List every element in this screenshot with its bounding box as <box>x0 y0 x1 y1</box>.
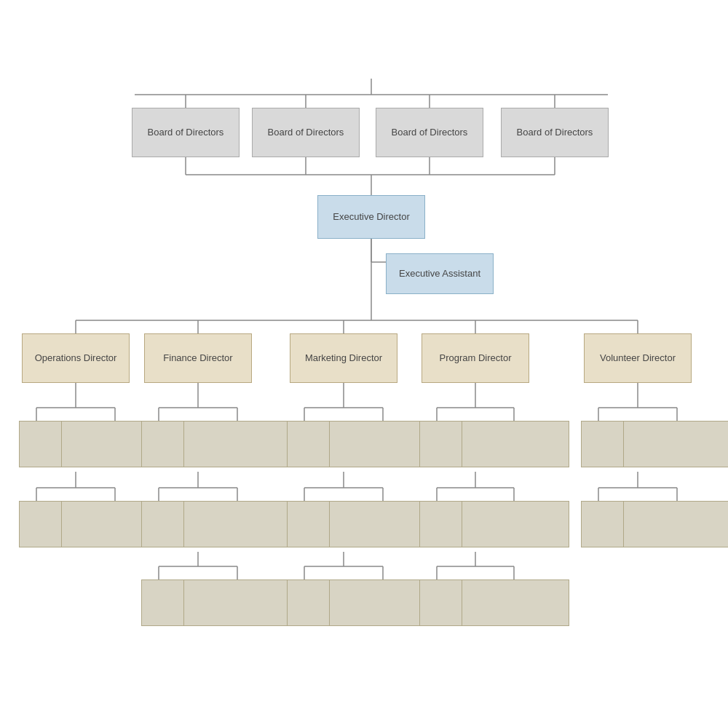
prog-sub-2 <box>462 421 569 467</box>
volunteer-label: Volunteer Director <box>600 352 676 365</box>
finance-sub-6 <box>183 579 291 626</box>
finance-sub-4 <box>183 501 291 547</box>
ops-label: Operations Director <box>35 352 117 365</box>
volunteer-director-node: Volunteer Director <box>584 333 692 383</box>
board-node-2: Board of Directors <box>252 108 360 157</box>
marketing-director-node: Marketing Director <box>290 333 397 383</box>
finance-director-node: Finance Director <box>144 333 252 383</box>
exec-director-label: Executive Director <box>333 211 409 223</box>
org-chart: Board of Directors Board of Directors Bo… <box>0 0 728 728</box>
vol-sub-2 <box>623 421 728 467</box>
program-label: Program Director <box>440 352 512 365</box>
ops-director-node: Operations Director <box>22 333 130 383</box>
board-node-1: Board of Directors <box>132 108 240 157</box>
exec-director-node: Executive Director <box>317 195 425 239</box>
board4-label: Board of Directors <box>517 127 593 139</box>
prog-sub-4 <box>462 501 569 547</box>
exec-assistant-label: Executive Assistant <box>399 268 480 280</box>
board1-label: Board of Directors <box>148 127 224 139</box>
exec-assistant-node: Executive Assistant <box>386 253 494 294</box>
finance-sub-2 <box>183 421 291 467</box>
board3-label: Board of Directors <box>392 127 468 139</box>
board-node-3: Board of Directors <box>376 108 483 157</box>
program-director-node: Program Director <box>422 333 529 383</box>
prog-sub-6 <box>462 579 569 626</box>
marketing-label: Marketing Director <box>305 352 382 365</box>
finance-label: Finance Director <box>163 352 232 365</box>
vol-sub-4 <box>623 501 728 547</box>
board2-label: Board of Directors <box>268 127 344 139</box>
board-node-4: Board of Directors <box>501 108 609 157</box>
